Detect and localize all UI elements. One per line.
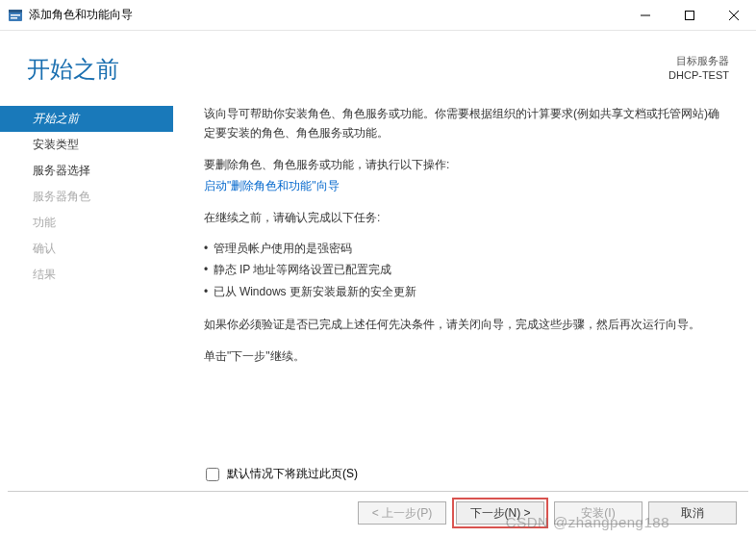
sidebar-item-features: 功能 (0, 210, 173, 236)
sidebar-item-results: 结果 (0, 262, 173, 288)
sidebar-item-server-roles: 服务器角色 (0, 184, 173, 210)
close-button[interactable] (712, 0, 756, 31)
intro-text: 该向导可帮助你安装角色、角色服务或功能。你需要根据组织的计算要求(例如共享文档或… (204, 104, 725, 143)
list-item: 已从 Windows 更新安装最新的安全更新 (204, 282, 725, 301)
remove-roles-link[interactable]: 启动"删除角色和功能"向导 (204, 179, 340, 192)
page-title: 开始之前 (27, 54, 668, 85)
header: 开始之前 目标服务器 DHCP-TEST (0, 31, 756, 98)
content-panel: 该向导可帮助你安装角色、角色服务或功能。你需要根据组织的计算要求(例如共享文档或… (173, 98, 756, 483)
target-server-name: DHCP-TEST (668, 68, 729, 83)
continue-note: 单击"下一步"继续。 (204, 346, 725, 366)
list-item: 管理员帐户使用的是强密码 (204, 239, 725, 258)
target-server-label: 目标服务器 (668, 54, 729, 68)
skip-page-checkbox[interactable] (206, 468, 219, 481)
before-continue-label: 在继续之前，请确认完成以下任务: (204, 208, 725, 227)
titlebar: 添加角色和功能向导 (0, 0, 756, 31)
sidebar-item-before-you-begin[interactable]: 开始之前 (0, 106, 173, 132)
sidebar-item-confirmation: 确认 (0, 236, 173, 262)
footer-buttons: < 上一步(P) 下一步(N) > 安装(I) 取消 (358, 498, 737, 528)
next-button-highlight: 下一步(N) > (452, 498, 548, 528)
app-icon (8, 8, 23, 23)
minimize-button[interactable] (623, 0, 668, 31)
sidebar-item-installation-type[interactable]: 安装类型 (0, 132, 173, 158)
prerequisite-list: 管理员帐户使用的是强密码 静态 IP 地址等网络设置已配置完成 已从 Windo… (204, 239, 725, 301)
previous-button: < 上一步(P) (358, 501, 446, 525)
wizard-steps-sidebar: 开始之前 安装类型 服务器选择 服务器角色 功能 确认 结果 (0, 98, 173, 483)
install-button: 安装(I) (554, 501, 643, 525)
remove-roles-label: 要删除角色、角色服务或功能，请执行以下操作: (204, 155, 725, 174)
window-controls (623, 0, 756, 30)
svg-rect-2 (11, 14, 20, 16)
svg-rect-1 (9, 10, 22, 13)
maximize-button[interactable] (668, 0, 712, 31)
cancel-button[interactable]: 取消 (648, 501, 737, 525)
footer-separator (8, 491, 748, 492)
verify-note: 如果你必须验证是否已完成上述任何先决条件，请关闭向导，完成这些步骤，然后再次运行… (204, 315, 725, 334)
window-title: 添加角色和功能向导 (29, 7, 623, 23)
svg-rect-3 (11, 17, 17, 19)
skip-page-row: 默认情况下将跳过此页(S) (206, 466, 358, 482)
skip-page-label: 默认情况下将跳过此页(S) (227, 466, 358, 482)
sidebar-item-server-selection[interactable]: 服务器选择 (0, 158, 173, 184)
svg-rect-5 (686, 12, 694, 20)
list-item: 静态 IP 地址等网络设置已配置完成 (204, 260, 725, 279)
target-server-info: 目标服务器 DHCP-TEST (668, 54, 729, 84)
body: 开始之前 安装类型 服务器选择 服务器角色 功能 确认 结果 该向导可帮助你安装… (0, 98, 756, 483)
next-button[interactable]: 下一步(N) > (456, 501, 544, 525)
